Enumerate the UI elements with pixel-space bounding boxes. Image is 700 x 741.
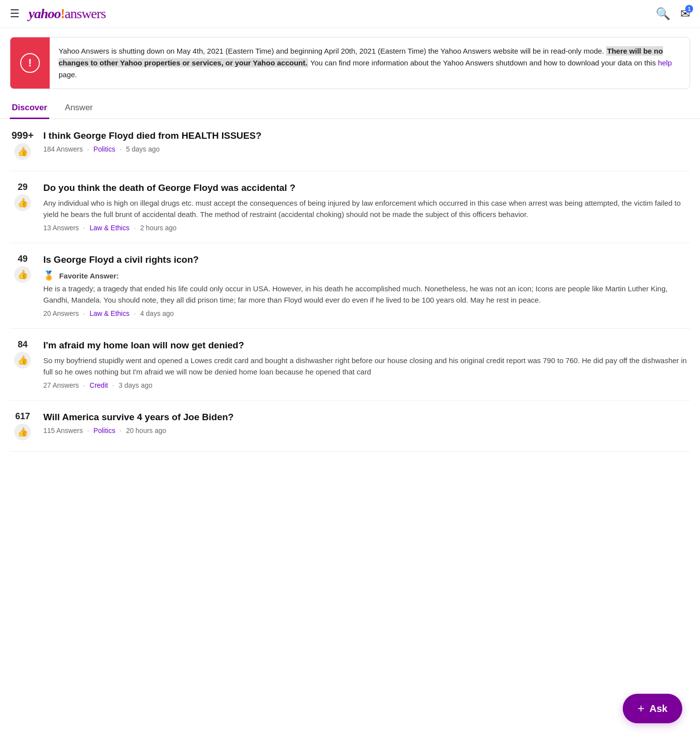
meta-dot: · xyxy=(134,224,136,232)
vote-count: 84 xyxy=(18,340,28,350)
vote-count: 49 xyxy=(18,254,28,264)
question-meta: 115 Answers · Politics · 20 hours ago xyxy=(43,427,690,434)
favorite-badge: 🏅 xyxy=(43,269,54,283)
hamburger-icon[interactable]: ☰ xyxy=(10,7,20,20)
vote-col: 84 👍 xyxy=(10,340,35,369)
meta-dot: · xyxy=(83,381,85,389)
time-ago: 5 days ago xyxy=(126,145,160,153)
time-ago: 3 days ago xyxy=(119,381,153,389)
header-right: 🔍 ✉ 1 xyxy=(656,7,690,21)
question-content: Will America survive 4 years of Joe Bide… xyxy=(43,411,690,434)
question-item: 617 👍 Will America survive 4 years of Jo… xyxy=(10,401,690,452)
mail-badge: 1 xyxy=(685,5,693,13)
question-snippet: So my boyfriend stupidly went and opened… xyxy=(43,355,690,378)
question-category[interactable]: Law & Ethics xyxy=(90,309,129,317)
question-meta: 13 Answers · Law & Ethics · 2 hours ago xyxy=(43,224,690,232)
vote-col: 49 👍 xyxy=(10,254,35,283)
meta-dot: · xyxy=(83,224,85,232)
favorite-label: Favorite Answer: xyxy=(59,272,119,280)
question-item: 84 👍 I'm afraid my home loan will now ge… xyxy=(10,329,690,401)
alert-end-text: page. xyxy=(59,70,77,79)
snippet-text: He is a tragedy; a tragedy that ended hi… xyxy=(43,284,668,304)
vote-col: 29 👍 xyxy=(10,182,35,211)
alert-text: Yahoo Answers is shutting down on May 4t… xyxy=(50,37,690,89)
tabs: Discover Answer xyxy=(0,98,700,119)
alert-banner: ! Yahoo Answers is shutting down on May … xyxy=(10,37,690,89)
question-title[interactable]: Do you think the death of George Floyd w… xyxy=(43,182,690,194)
vote-count: 999+ xyxy=(11,130,33,141)
question-meta: 184 Answers · Politics · 5 days ago xyxy=(43,145,690,153)
answers-count: 27 Answers xyxy=(43,381,79,389)
alert-icon-col: ! xyxy=(10,37,50,89)
header: ☰ yahoo!answers 🔍 ✉ 1 xyxy=(0,0,700,28)
vote-count: 617 xyxy=(15,411,30,422)
answers-count: 184 Answers xyxy=(43,145,83,153)
question-title[interactable]: Is George Floyd a civil rights icon? xyxy=(43,254,690,266)
question-item: 999+ 👍 I think George Floyd died from HE… xyxy=(10,119,690,171)
alert-after-bold: You can find more information about the … xyxy=(310,59,658,67)
upvote-icon[interactable]: 👍 xyxy=(14,424,31,440)
question-category[interactable]: Law & Ethics xyxy=(90,224,129,232)
header-left: ☰ yahoo!answers xyxy=(10,6,106,22)
alert-icon: ! xyxy=(20,53,40,73)
vote-count: 29 xyxy=(18,182,28,192)
question-category[interactable]: Politics xyxy=(94,427,115,434)
meta-dot: · xyxy=(120,145,122,153)
question-title[interactable]: I think George Floyd died from HEALTH IS… xyxy=(43,130,690,142)
upvote-icon[interactable]: 👍 xyxy=(14,143,31,160)
meta-dot: · xyxy=(120,427,122,434)
question-meta: 27 Answers · Credit · 3 days ago xyxy=(43,381,690,389)
question-meta: 20 Answers · Law & Ethics · 4 days ago xyxy=(43,309,690,317)
questions-list: 999+ 👍 I think George Floyd died from HE… xyxy=(0,119,700,452)
time-ago: 20 hours ago xyxy=(126,427,166,434)
question-title[interactable]: Will America survive 4 years of Joe Bide… xyxy=(43,411,690,424)
meta-dot: · xyxy=(87,427,89,434)
question-category[interactable]: Politics xyxy=(94,145,115,153)
question-content: I think George Floyd died from HEALTH IS… xyxy=(43,130,690,153)
mail-icon-wrap[interactable]: ✉ 1 xyxy=(680,7,690,21)
question-snippet: Any individual who is high on illegal dr… xyxy=(43,197,690,220)
tab-answer[interactable]: Answer xyxy=(63,98,95,119)
meta-dot: · xyxy=(112,381,114,389)
question-category[interactable]: Credit xyxy=(90,381,108,389)
search-icon[interactable]: 🔍 xyxy=(656,7,670,21)
alert-help-link[interactable]: help xyxy=(658,59,671,67)
time-ago: 2 hours ago xyxy=(140,224,177,232)
alert-main-text: Yahoo Answers is shutting down on May 4t… xyxy=(59,47,604,55)
question-snippet: 🏅 Favorite Answer: He is a tragedy; a tr… xyxy=(43,269,690,306)
question-item: 29 👍 Do you think the death of George Fl… xyxy=(10,171,690,243)
upvote-icon[interactable]: 👍 xyxy=(14,266,31,283)
question-content: I'm afraid my home loan will now get den… xyxy=(43,340,690,389)
tab-discover[interactable]: Discover xyxy=(10,98,49,119)
logo[interactable]: yahoo!answers xyxy=(29,6,106,22)
question-item: 49 👍 Is George Floyd a civil rights icon… xyxy=(10,243,690,329)
meta-dot: · xyxy=(134,309,136,317)
answers-count: 115 Answers xyxy=(43,427,83,434)
question-title[interactable]: I'm afraid my home loan will now get den… xyxy=(43,340,690,352)
time-ago: 4 days ago xyxy=(140,309,174,317)
answers-count: 20 Answers xyxy=(43,309,79,317)
meta-dot: · xyxy=(83,309,85,317)
upvote-icon[interactable]: 👍 xyxy=(14,194,31,211)
vote-col: 999+ 👍 xyxy=(10,130,35,160)
question-content: Is George Floyd a civil rights icon? 🏅 F… xyxy=(43,254,690,317)
question-content: Do you think the death of George Floyd w… xyxy=(43,182,690,232)
upvote-icon[interactable]: 👍 xyxy=(14,352,31,369)
vote-col: 617 👍 xyxy=(10,411,35,440)
meta-dot: · xyxy=(87,145,89,153)
answers-count: 13 Answers xyxy=(43,224,79,232)
